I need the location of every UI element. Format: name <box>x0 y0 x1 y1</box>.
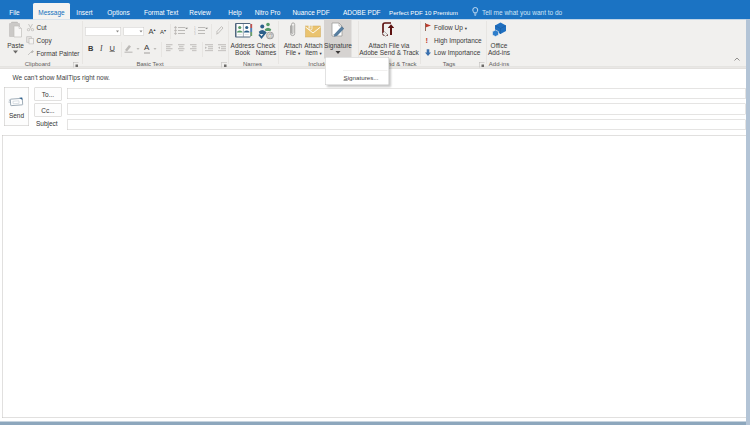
svg-text:@: @ <box>267 32 274 39</box>
svg-text:3: 3 <box>194 32 196 36</box>
